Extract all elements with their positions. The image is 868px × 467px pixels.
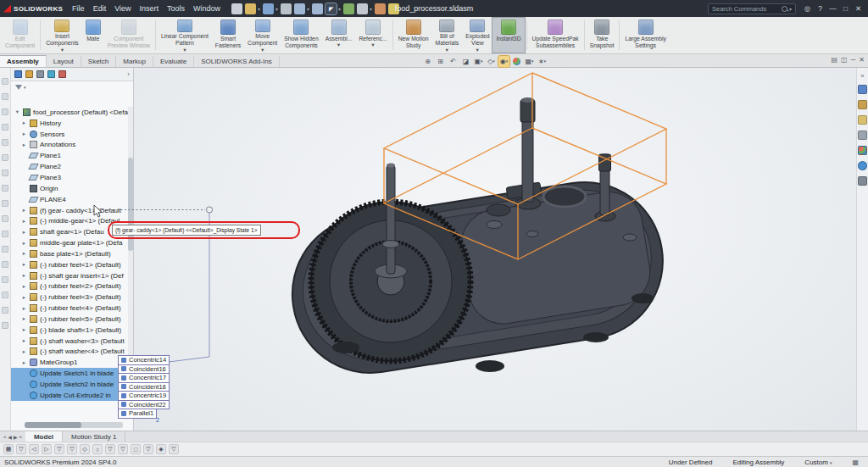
snapshot-button[interactable]: TakeSnapshot: [587, 18, 618, 53]
linear-pattern-button[interactable]: Linear ComponentPattern▼: [158, 18, 212, 53]
save-icon-caret[interactable]: ▾: [275, 6, 278, 12]
left-dock-icon[interactable]: [2, 231, 8, 237]
left-dock-icon[interactable]: [2, 307, 8, 314]
tab-sketch[interactable]: Sketch: [81, 56, 116, 67]
left-dock-icon[interactable]: [2, 108, 8, 115]
prev-tab-icon[interactable]: ◀: [8, 434, 12, 440]
left-dock-icon[interactable]: [2, 93, 8, 100]
next-tab-icon[interactable]: ▶: [14, 434, 18, 440]
left-dock-icon[interactable]: [2, 139, 8, 146]
linear-pattern-dropdown-icon[interactable]: ▼: [182, 48, 186, 53]
bom-dropdown-icon[interactable]: ▼: [445, 48, 449, 53]
tab-markup[interactable]: Markup: [116, 56, 153, 67]
tab-solidworks-add-ins[interactable]: SOLIDWORKS Add-Ins: [194, 56, 280, 67]
view-settings-icon[interactable]: ∗▾: [537, 56, 548, 67]
tab-assembly[interactable]: Assembly: [0, 55, 47, 67]
tree-item[interactable]: ▸(-) rubber feet<1> (Default): [11, 259, 128, 270]
view-settings-icon-caret[interactable]: ▾: [544, 58, 547, 64]
filter-edges-icon[interactable]: ◁: [29, 444, 39, 454]
expand-arrow-icon[interactable]: ▾: [14, 108, 20, 115]
undo-icon-caret[interactable]: ▾: [307, 6, 309, 12]
tab-layout[interactable]: Layout: [47, 56, 81, 67]
home-icon[interactable]: [858, 85, 867, 94]
doc-tab-motion-study-1[interactable]: Motion Study 1: [63, 431, 125, 442]
pin-pane-icon[interactable]: ▤: [832, 56, 838, 64]
tree-item[interactable]: ▸(-) rubber feet<5> (Default): [11, 314, 128, 325]
undo-icon[interactable]: [294, 3, 305, 14]
previous-view-icon[interactable]: ↶: [448, 56, 459, 67]
tree-item[interactable]: Update Sketch1 in blade: [11, 368, 128, 379]
hide-show-items-icon-caret[interactable]: ▾: [506, 58, 509, 64]
left-dock-icon[interactable]: [2, 124, 8, 131]
save-icon[interactable]: [263, 3, 274, 14]
tree-item[interactable]: ▸History: [11, 118, 128, 129]
expand-arrow-icon[interactable]: ▸: [21, 326, 27, 333]
menu-insert[interactable]: Insert: [136, 4, 164, 13]
insert-components-dropdown-icon[interactable]: ▼: [60, 48, 64, 53]
expand-arrow-icon[interactable]: ▸: [21, 207, 27, 214]
assembly-features-button[interactable]: Assembl...▼: [322, 18, 356, 53]
filter-axes-icon[interactable]: ▽: [67, 444, 77, 454]
expand-arrow-icon[interactable]: ▸: [21, 348, 27, 355]
minimize-icon[interactable]: —: [826, 0, 839, 17]
configuration-manager-icon[interactable]: [36, 70, 44, 78]
exploded-view-dropdown-icon[interactable]: ▼: [476, 48, 480, 53]
menu-window[interactable]: Window: [189, 4, 225, 13]
filter-points-icon[interactable]: ◇: [80, 444, 90, 454]
tree-item[interactable]: ▸(-) shaft gear insert<1> (Def: [11, 270, 128, 281]
bom-button[interactable]: Bill ofMaterials▼: [432, 18, 463, 53]
filter-annotations-icon[interactable]: ▽: [105, 444, 115, 454]
collapse-taskpane-icon[interactable]: «: [861, 73, 865, 79]
tree-item[interactable]: ▸Sensors: [11, 129, 128, 140]
mate-button[interactable]: Mate: [82, 18, 104, 53]
tree-item[interactable]: ▸MateGroup1: [11, 357, 128, 368]
options-gear-icon[interactable]: [357, 3, 368, 14]
insert-components-button[interactable]: InsertComponents▼: [42, 18, 82, 53]
panel-tabs-expand-icon[interactable]: ›: [127, 70, 130, 78]
speedpak-button[interactable]: Update SpeedPakSubassemblies: [529, 18, 582, 53]
move-component-button[interactable]: MoveComponent▼: [244, 18, 281, 53]
tree-item[interactable]: ▸(-) rubber feet<2> (Default): [11, 281, 128, 292]
minimize-pane-icon[interactable]: ─: [851, 56, 856, 64]
dimxpert-manager-icon[interactable]: [47, 70, 55, 78]
move-component-dropdown-icon[interactable]: ▼: [260, 48, 264, 53]
tree-hscroll-thumb[interactable]: [25, 422, 81, 428]
expand-arrow-icon[interactable]: ▸: [21, 240, 27, 247]
account-icon[interactable]: ◎: [801, 0, 814, 17]
filter-midpoints-icon[interactable]: ○: [92, 444, 103, 454]
filter-weld-icon[interactable]: □: [131, 444, 141, 454]
file-explorer-icon[interactable]: [858, 115, 867, 125]
left-dock-icon[interactable]: [2, 215, 8, 222]
last-tab-icon[interactable]: »: [19, 434, 22, 439]
new-motion-study-button[interactable]: New MotionStudy: [395, 18, 432, 53]
filter-sketch-icon[interactable]: ▽: [118, 444, 128, 454]
left-dock-icon[interactable]: [2, 78, 8, 85]
assembly-features-dropdown-icon[interactable]: ▼: [337, 43, 341, 48]
status-grid-icon[interactable]: ▦: [852, 459, 859, 466]
menu-tools[interactable]: Tools: [163, 4, 189, 13]
model-canvas[interactable]: [134, 68, 856, 431]
expand-arrow-icon[interactable]: ▸: [21, 229, 27, 236]
tree-item[interactable]: ▸(-) shaft washer<4> (Default: [11, 347, 128, 358]
expand-arrow-icon[interactable]: ▸: [21, 250, 27, 257]
tree-item[interactable]: ▸(-) rubber feet<3> (Default): [11, 292, 128, 303]
zoom-area-icon[interactable]: ⊞: [435, 56, 446, 67]
appearances-icon[interactable]: [858, 146, 867, 155]
section-view-icon[interactable]: ◪: [460, 56, 471, 67]
design-library-icon[interactable]: [858, 100, 867, 109]
tree-horizontal-scrollbar[interactable]: [25, 422, 123, 428]
expand-arrow-icon[interactable]: ▸: [21, 142, 27, 148]
expand-arrow-icon[interactable]: ▸: [21, 261, 27, 268]
zoom-fit-icon[interactable]: ⊕: [422, 56, 433, 67]
tree-item[interactable]: ▾food_processor (Default) <Defa: [11, 107, 128, 118]
display-style-icon-caret[interactable]: ▾: [492, 58, 495, 64]
close-icon[interactable]: ✕: [852, 0, 865, 17]
menu-view[interactable]: View: [110, 4, 135, 13]
left-dock-icon[interactable]: [2, 322, 8, 329]
rebuild-icon[interactable]: [343, 3, 354, 14]
expand-arrow-icon[interactable]: ▸: [21, 283, 27, 290]
menu-file[interactable]: File: [68, 4, 89, 13]
expand-arrow-icon[interactable]: ▸: [21, 120, 27, 126]
view-orientation-icon[interactable]: ▣▾: [473, 56, 484, 67]
appearance-ball-icon[interactable]: [375, 3, 386, 14]
